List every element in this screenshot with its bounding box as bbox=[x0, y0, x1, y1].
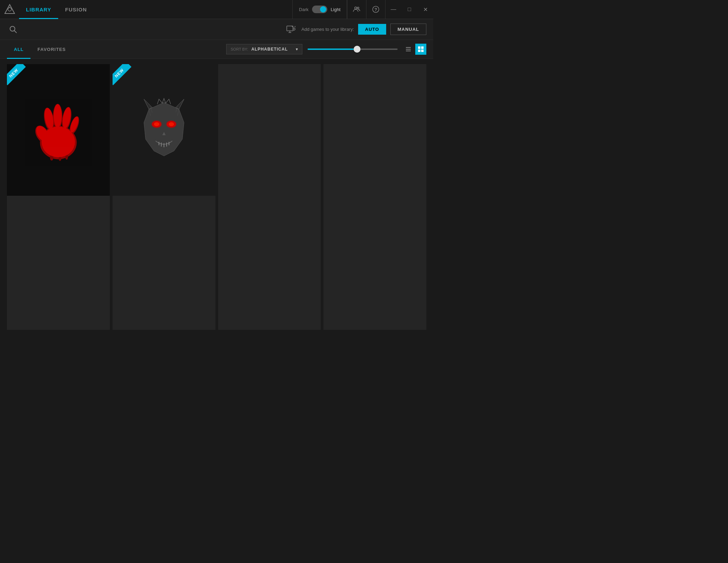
minimize-button[interactable]: — bbox=[385, 0, 401, 19]
auto-button[interactable]: AUTO bbox=[358, 24, 386, 35]
grid-size-slider[interactable] bbox=[308, 49, 398, 50]
theme-toggle[interactable] bbox=[312, 6, 327, 13]
slider-thumb[interactable] bbox=[354, 46, 361, 53]
nav-tab-library[interactable]: LIBRARY bbox=[19, 0, 58, 19]
scan-icon[interactable] bbox=[285, 23, 297, 36]
window-controls: — □ ✕ bbox=[385, 0, 433, 19]
game-card-empty-6[interactable] bbox=[113, 196, 215, 330]
new-badge: NEW bbox=[7, 64, 31, 88]
new-badge-label: NEW bbox=[113, 64, 132, 85]
svg-rect-21 bbox=[421, 50, 424, 52]
game-card-empty-3[interactable] bbox=[218, 64, 321, 201]
add-games-label: Add games to your library: bbox=[301, 27, 354, 32]
filter-tab-favorites[interactable]: FAVORITES bbox=[30, 40, 73, 59]
svg-point-35 bbox=[54, 104, 62, 128]
filter-right: SORT BY: ALPHABETICAL ▾ bbox=[226, 44, 426, 55]
dropdown-arrow-icon: ▾ bbox=[296, 47, 298, 52]
close-button[interactable]: ✕ bbox=[417, 0, 433, 19]
svg-point-42 bbox=[151, 120, 162, 128]
game-card-empty-8[interactable] bbox=[323, 196, 426, 330]
game-image-empty bbox=[218, 196, 321, 330]
nav-tabs: LIBRARY FUSION bbox=[19, 0, 292, 19]
svg-rect-20 bbox=[418, 50, 420, 52]
svg-rect-18 bbox=[418, 46, 420, 49]
people-icon-button[interactable] bbox=[347, 0, 366, 19]
game-card-dying-light[interactable]: NEW bbox=[7, 64, 110, 201]
toolbar: Add games to your library: AUTO MANUAL bbox=[0, 19, 433, 40]
svg-point-2 bbox=[9, 7, 10, 8]
svg-point-43 bbox=[166, 120, 177, 128]
sort-prefix: SORT BY: bbox=[231, 47, 248, 51]
list-view-button[interactable] bbox=[403, 44, 414, 55]
sort-dropdown[interactable]: SORT BY: ALPHABETICAL ▾ bbox=[226, 44, 302, 54]
help-icon-button[interactable]: ? bbox=[366, 0, 385, 19]
toggle-knob bbox=[320, 6, 326, 12]
filters-bar: ALL FAVORITES SORT BY: ALPHABETICAL ▾ bbox=[0, 40, 433, 59]
maximize-button[interactable]: □ bbox=[401, 0, 417, 19]
svg-line-8 bbox=[14, 30, 17, 33]
app-logo bbox=[0, 4, 19, 15]
view-icons bbox=[403, 44, 426, 55]
title-bar: LIBRARY FUSION Dark Light ? — □ bbox=[0, 0, 433, 19]
sort-value: ALPHABETICAL bbox=[251, 47, 288, 52]
nav-tab-fusion[interactable]: FUSION bbox=[58, 0, 94, 19]
svg-point-12 bbox=[293, 28, 295, 30]
game-image-empty bbox=[218, 64, 321, 201]
svg-marker-0 bbox=[5, 5, 15, 14]
game-image-empty bbox=[323, 64, 426, 201]
new-badge: NEW bbox=[113, 64, 137, 88]
grid-view-button[interactable] bbox=[415, 44, 426, 55]
theme-dark-label: Dark bbox=[299, 7, 308, 12]
svg-line-14 bbox=[295, 26, 295, 27]
game-card-empty-5[interactable] bbox=[7, 196, 110, 330]
svg-text:?: ? bbox=[374, 7, 377, 12]
game-image-empty bbox=[323, 196, 426, 330]
game-card-empty-7[interactable] bbox=[218, 196, 321, 330]
svg-point-1 bbox=[8, 8, 11, 11]
game-card-empty-4[interactable] bbox=[323, 64, 426, 201]
new-badge-label: NEW bbox=[7, 64, 26, 85]
slider-track bbox=[308, 49, 398, 50]
toolbar-right: Add games to your library: AUTO MANUAL bbox=[285, 23, 426, 36]
filter-tabs: ALL FAVORITES bbox=[7, 40, 73, 59]
svg-point-3 bbox=[355, 7, 357, 9]
manual-button[interactable]: MANUAL bbox=[390, 24, 426, 35]
svg-rect-19 bbox=[421, 46, 424, 49]
search-button[interactable] bbox=[7, 23, 19, 36]
svg-point-4 bbox=[357, 7, 359, 9]
game-grid: NEW bbox=[0, 59, 433, 330]
theme-light-label: Light bbox=[331, 7, 340, 12]
filter-tab-all[interactable]: ALL bbox=[7, 40, 30, 59]
svg-point-7 bbox=[10, 26, 15, 31]
theme-section: Dark Light bbox=[292, 0, 347, 19]
game-image-empty bbox=[113, 196, 215, 330]
game-image-empty bbox=[7, 196, 110, 330]
game-card-witcher[interactable]: NEW bbox=[113, 64, 215, 201]
